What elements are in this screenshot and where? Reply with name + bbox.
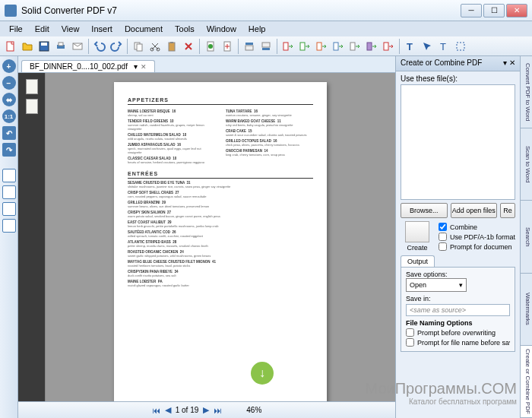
menu-edit[interactable]: Edit	[29, 23, 55, 35]
reset-button[interactable]: Re	[500, 203, 515, 218]
convert-html-icon[interactable]	[331, 39, 346, 54]
email-icon[interactable]	[70, 39, 85, 54]
menu-help[interactable]: Help	[242, 23, 272, 35]
pdf-page: APPETIZERS MAINE LOBSTER BISQUE 16shrimp…	[114, 82, 327, 401]
menu-window[interactable]: Window	[201, 23, 242, 35]
menu-document[interactable]: Document	[119, 23, 169, 35]
minimize-button[interactable]: ─	[461, 4, 482, 17]
print-icon[interactable]	[53, 39, 68, 54]
output-tab[interactable]: Output	[401, 255, 435, 267]
prompt-doc-checkbox[interactable]	[439, 242, 447, 251]
zoom-out-icon[interactable]: −	[2, 76, 16, 90]
close-button[interactable]: ✕	[506, 4, 527, 17]
tab-pin-icon[interactable]: ▾	[134, 62, 138, 71]
menu-file[interactable]: File	[3, 23, 29, 35]
sidetab-create-combine[interactable]: Create or Combine PDF	[521, 346, 532, 418]
document-tabs: BF_DINNER_0....10_002.pdf ▾ ✕	[18, 56, 395, 73]
cut-icon[interactable]	[147, 39, 163, 54]
menubar: File Edit View Insert Document Tools Win…	[0, 21, 532, 36]
create-icon	[405, 221, 429, 242]
file-list[interactable]	[401, 84, 515, 200]
open-icon[interactable]	[20, 39, 35, 54]
svg-rect-2	[41, 43, 47, 46]
sidetab-scan-word[interactable]: Scan to Word	[521, 128, 532, 201]
side-tabs: Convert PDF to Word Scan to Word Search …	[520, 56, 532, 418]
panel-close-icon[interactable]: ▾ ✕	[503, 59, 515, 68]
book-icon[interactable]	[2, 219, 16, 233]
fit-page-icon[interactable]: 1:1	[2, 109, 16, 123]
convert-word-icon[interactable]	[280, 39, 296, 54]
thumbnail[interactable]	[26, 99, 38, 114]
convert-image-icon[interactable]	[364, 39, 379, 54]
rotate-right-icon[interactable]: ↷	[2, 143, 16, 157]
download-icon[interactable]: ↓	[251, 362, 274, 385]
pdfa-checkbox[interactable]	[439, 233, 447, 241]
prompt-filename-checkbox[interactable]	[406, 338, 414, 347]
sidetab-search[interactable]: Search	[521, 201, 532, 273]
undo-icon[interactable]	[92, 39, 107, 54]
redo-icon[interactable]	[109, 39, 124, 54]
edit-text-icon[interactable]: T	[436, 39, 451, 54]
sidetab-watermarks[interactable]: Watermarks	[521, 274, 532, 346]
svg-rect-10	[169, 43, 175, 51]
page-nav-bar: ⏮ ◀ 1 of 19 ▶ ⏭ 46%	[18, 401, 395, 418]
new-icon[interactable]	[3, 39, 18, 54]
thumbnail[interactable]	[26, 79, 38, 94]
continuous-icon[interactable]	[2, 185, 16, 199]
prompt-overwrite-checkbox[interactable]	[406, 328, 414, 337]
maximize-button[interactable]: ☐	[483, 4, 505, 17]
document-tab[interactable]: BF_DINNER_0....10_002.pdf ▾ ✕	[21, 60, 155, 72]
tab-close-icon[interactable]: ✕	[141, 63, 147, 71]
convert-pdfa-icon[interactable]	[381, 39, 396, 54]
paste-icon[interactable]	[164, 39, 179, 54]
convert-excel-icon[interactable]	[297, 39, 312, 54]
first-page-icon[interactable]: ⏮	[152, 406, 160, 415]
add-open-files-button[interactable]: Add open files	[451, 203, 498, 218]
rotate-left-icon[interactable]: ↶	[2, 126, 16, 140]
insert-page-icon[interactable]	[203, 39, 218, 54]
prev-page-icon[interactable]: ◀	[165, 405, 171, 415]
svg-rect-4	[59, 43, 63, 46]
browse-button[interactable]: Browse...	[401, 203, 448, 218]
svg-rect-11	[170, 42, 173, 43]
facing-icon[interactable]	[2, 202, 16, 216]
extract-page-icon[interactable]	[220, 39, 235, 54]
svg-point-13	[208, 44, 213, 49]
svg-rect-25	[384, 43, 388, 50]
svg-rect-19	[283, 43, 288, 50]
fit-width-icon[interactable]: ⬌	[2, 93, 16, 106]
svg-rect-21	[317, 43, 321, 50]
select-tool-icon[interactable]	[420, 39, 435, 54]
convert-ppt-icon[interactable]	[314, 39, 329, 54]
menu-view[interactable]: View	[55, 23, 86, 35]
save-icon[interactable]	[36, 39, 52, 54]
next-page-icon[interactable]: ▶	[203, 405, 209, 415]
save-options-select[interactable]: Open▾	[406, 278, 467, 292]
single-page-icon[interactable]	[2, 169, 16, 182]
zoom-in-icon[interactable]: +	[2, 59, 16, 73]
crop-icon[interactable]	[453, 39, 468, 54]
footer-icon[interactable]	[258, 39, 274, 54]
text-tool-icon[interactable]: T	[403, 39, 418, 54]
svg-rect-28	[457, 43, 464, 50]
panel-title: Create or Combine PDF	[401, 59, 482, 68]
svg-rect-15	[245, 43, 253, 45]
svg-rect-24	[367, 43, 372, 50]
svg-rect-7	[137, 44, 142, 51]
svg-rect-22	[334, 43, 338, 50]
sidetab-convert-word[interactable]: Convert PDF to Word	[521, 56, 532, 128]
page-viewport[interactable]: APPETIZERS MAINE LOBSTER BISQUE 16shrimp…	[46, 73, 395, 401]
header-icon[interactable]	[242, 39, 257, 54]
create-button[interactable]: Create	[401, 221, 434, 252]
thumbnail-strip	[18, 73, 46, 401]
app-icon	[5, 5, 17, 17]
combine-checkbox[interactable]	[439, 223, 447, 231]
menu-tools[interactable]: Tools	[169, 23, 201, 35]
delete-icon[interactable]	[181, 39, 196, 54]
convert-text-icon[interactable]	[347, 39, 363, 54]
copy-icon[interactable]	[131, 39, 146, 54]
save-in-field[interactable]: <same as source>	[406, 304, 510, 316]
last-page-icon[interactable]: ⏭	[214, 406, 222, 415]
tab-label: BF_DINNER_0....10_002.pdf	[30, 62, 128, 71]
menu-insert[interactable]: Insert	[85, 23, 119, 35]
